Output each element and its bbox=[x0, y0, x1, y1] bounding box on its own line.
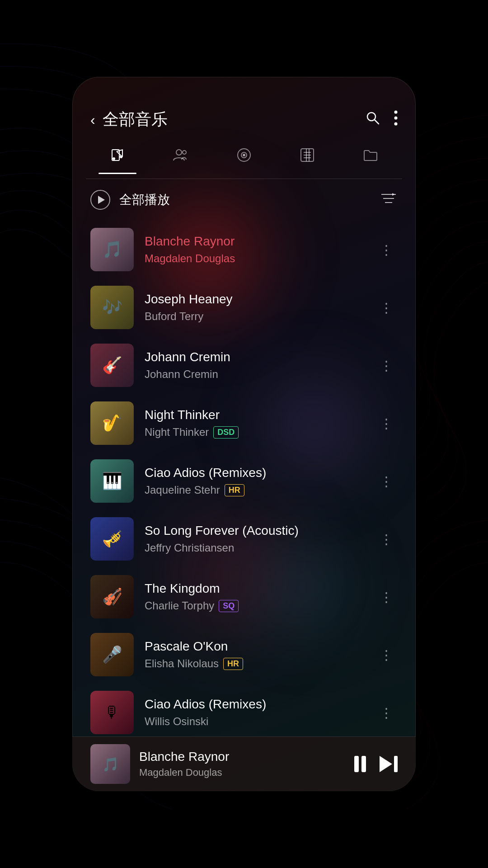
song-item[interactable]: 🎶 Joseph Heaney Buford Terry ⋮ bbox=[72, 278, 416, 336]
song-artist: Magdalen Douglas bbox=[145, 252, 235, 265]
song-artist: Buford Terry bbox=[145, 310, 203, 323]
song-title: Johann Cremin bbox=[145, 350, 364, 364]
song-thumbnail: 🎸 bbox=[90, 344, 134, 387]
song-artist: Charlie Torphy bbox=[145, 599, 214, 612]
song-info: Ciao Adios (Remixes) Willis Osinski bbox=[145, 697, 364, 728]
song-info: Night Thinker Night Thinker DSD bbox=[145, 408, 364, 439]
song-item[interactable]: 🎙 Ciao Adios (Remixes) Willis Osinski ⋮ bbox=[72, 684, 416, 736]
quality-badge-sq: SQ bbox=[219, 600, 239, 612]
now-playing-artist: Magdalen Douglas bbox=[139, 767, 345, 778]
song-item[interactable]: 🎤 Pascale O'Kon Elisha Nikolaus HR ⋮ bbox=[72, 626, 416, 684]
song-thumbnail: 🎻 bbox=[90, 575, 134, 618]
song-more-button[interactable]: ⋮ bbox=[375, 469, 398, 494]
svg-line-1 bbox=[375, 120, 379, 124]
svg-point-6 bbox=[113, 157, 115, 160]
svg-point-2 bbox=[394, 111, 398, 114]
next-button[interactable] bbox=[380, 756, 398, 772]
song-more-button[interactable]: ⋮ bbox=[375, 700, 398, 725]
song-more-button[interactable]: ⋮ bbox=[375, 295, 398, 320]
song-artist: Willis Osinski bbox=[145, 715, 208, 728]
more-button[interactable] bbox=[394, 110, 398, 129]
song-title: Pascale O'Kon bbox=[145, 639, 364, 654]
song-artist: Jeffry Christiansen bbox=[145, 542, 234, 554]
song-title: Ciao Adios (Remixes) bbox=[145, 466, 364, 480]
quality-badge-hr: HR bbox=[225, 484, 244, 496]
song-title: Joseph Heaney bbox=[145, 292, 364, 307]
song-title: Ciao Adios (Remixes) bbox=[145, 697, 364, 712]
song-info: The Kingdom Charlie Torphy SQ bbox=[145, 581, 364, 612]
play-all-bar: 全部播放 bbox=[72, 179, 416, 221]
song-item[interactable]: 🎹 Ciao Adios (Remixes) Jaqueline Stehr H… bbox=[72, 452, 416, 510]
song-thumbnail: 🎙 bbox=[90, 691, 134, 734]
song-more-button[interactable]: ⋮ bbox=[375, 353, 398, 378]
play-all-button[interactable] bbox=[90, 190, 110, 210]
playlist-icon bbox=[299, 147, 315, 167]
song-info: So Long Forever (Acoustic) Jeffry Christ… bbox=[145, 524, 364, 554]
albums-icon bbox=[236, 147, 252, 167]
song-artist: Johann Cremin bbox=[145, 368, 218, 381]
song-more-button[interactable]: ⋮ bbox=[375, 642, 398, 667]
song-artist: Jaqueline Stehr bbox=[145, 484, 220, 496]
song-thumbnail: 🎺 bbox=[90, 517, 134, 561]
song-more-button[interactable]: ⋮ bbox=[375, 527, 398, 552]
quality-badge-hr: HR bbox=[223, 658, 243, 670]
tab-albums[interactable] bbox=[212, 140, 276, 174]
song-item[interactable]: 🎺 So Long Forever (Acoustic) Jeffry Chri… bbox=[72, 510, 416, 568]
tab-artists[interactable] bbox=[149, 140, 212, 174]
svg-point-12 bbox=[183, 151, 186, 154]
play-all-label: 全部播放 bbox=[119, 191, 170, 208]
song-artist: Elisha Nikolaus bbox=[145, 657, 219, 670]
song-thumbnail: 🎵 bbox=[90, 228, 134, 271]
svg-point-11 bbox=[176, 150, 182, 155]
now-playing-title: Blanche Raynor bbox=[139, 750, 345, 764]
status-bar bbox=[72, 77, 416, 104]
song-item[interactable]: 🎵 Blanche Raynor Magdalen Douglas ⋮ bbox=[72, 221, 416, 278]
song-more-button[interactable]: ⋮ bbox=[375, 411, 398, 436]
now-playing-bar[interactable]: 🎵 Blanche Raynor Magdalen Douglas bbox=[72, 736, 416, 791]
tab-songs[interactable] bbox=[86, 140, 149, 174]
tab-playlist[interactable] bbox=[276, 140, 339, 174]
song-item[interactable]: 🎷 Night Thinker Night Thinker DSD ⋮ bbox=[72, 394, 416, 452]
tab-bar bbox=[72, 140, 416, 174]
svg-point-3 bbox=[394, 117, 398, 120]
filter-button[interactable] bbox=[380, 191, 398, 209]
playback-controls bbox=[354, 756, 398, 772]
songs-icon bbox=[109, 147, 126, 167]
song-info: Blanche Raynor Magdalen Douglas bbox=[145, 234, 364, 265]
quality-badge-dsd: DSD bbox=[213, 426, 239, 439]
song-info: Pascale O'Kon Elisha Nikolaus HR bbox=[145, 639, 364, 670]
song-info: Ciao Adios (Remixes) Jaqueline Stehr HR bbox=[145, 466, 364, 496]
song-thumbnail: 🎤 bbox=[90, 633, 134, 676]
song-title: Blanche Raynor bbox=[145, 234, 364, 249]
song-info: Joseph Heaney Buford Terry bbox=[145, 292, 364, 323]
song-item[interactable]: 🎸 Johann Cremin Johann Cremin ⋮ bbox=[72, 336, 416, 394]
page-title: 全部音乐 bbox=[103, 108, 168, 131]
song-thumbnail: 🎷 bbox=[90, 401, 134, 445]
svg-point-4 bbox=[394, 123, 398, 126]
pause-button[interactable] bbox=[354, 756, 366, 772]
song-more-button[interactable]: ⋮ bbox=[375, 585, 398, 609]
artists-icon bbox=[173, 147, 189, 167]
song-list: 🎵 Blanche Raynor Magdalen Douglas ⋮ 🎶 Jo… bbox=[72, 221, 416, 736]
svg-point-15 bbox=[243, 154, 245, 156]
back-button[interactable]: ‹ bbox=[90, 113, 95, 127]
header: ‹ 全部音乐 bbox=[72, 104, 416, 140]
song-item[interactable]: 🎻 The Kingdom Charlie Torphy SQ ⋮ bbox=[72, 568, 416, 626]
phone-container: ‹ 全部音乐 bbox=[72, 77, 416, 791]
song-artist: Night Thinker bbox=[145, 426, 209, 439]
song-thumbnail: 🎶 bbox=[90, 286, 134, 329]
now-playing-thumbnail: 🎵 bbox=[90, 744, 130, 784]
song-thumbnail: 🎹 bbox=[90, 459, 134, 503]
folder-icon bbox=[362, 147, 379, 167]
song-info: Johann Cremin Johann Cremin bbox=[145, 350, 364, 381]
song-title: The Kingdom bbox=[145, 581, 364, 596]
search-button[interactable] bbox=[365, 110, 380, 129]
now-playing-info: Blanche Raynor Magdalen Douglas bbox=[139, 750, 345, 778]
song-more-button[interactable]: ⋮ bbox=[375, 237, 398, 262]
tab-folder[interactable] bbox=[339, 140, 402, 174]
song-title: So Long Forever (Acoustic) bbox=[145, 524, 364, 538]
song-title: Night Thinker bbox=[145, 408, 364, 422]
